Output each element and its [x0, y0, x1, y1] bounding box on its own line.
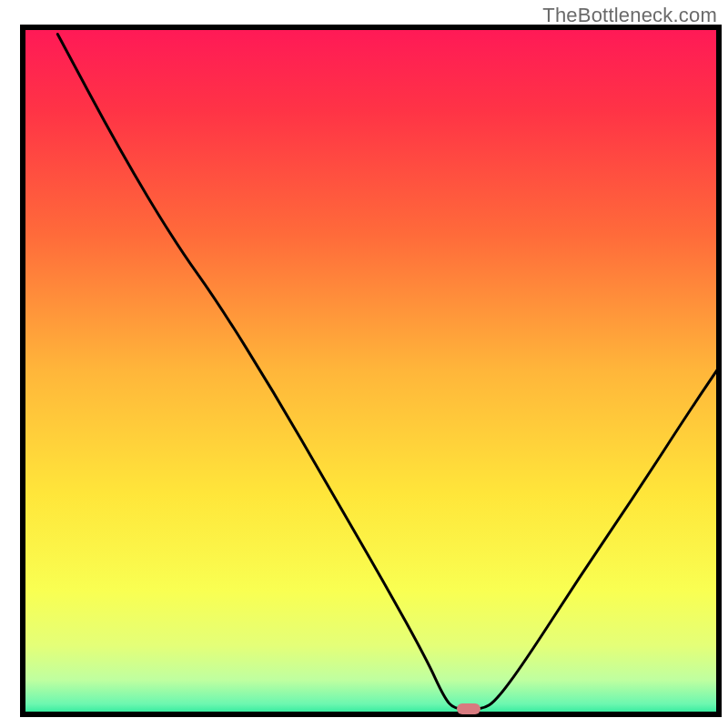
watermark-label: TheBottleneck.com [542, 4, 717, 27]
bottleneck-marker [457, 703, 480, 714]
bottleneck-chart: TheBottleneck.com [0, 0, 728, 728]
gradient-background [23, 27, 719, 714]
chart-svg [0, 0, 728, 728]
